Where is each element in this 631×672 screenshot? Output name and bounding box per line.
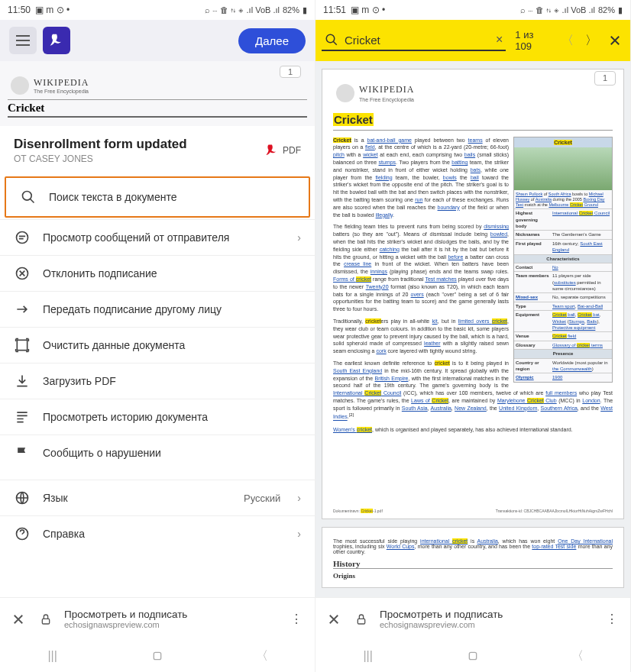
menu-label: Передать подписание другому лицу bbox=[43, 303, 301, 315]
tab-menu-icon[interactable]: ⋮ bbox=[603, 612, 621, 626]
infobox-caption: Shaun Pollock of South Africa bowls to M… bbox=[514, 190, 612, 208]
flag-icon bbox=[14, 444, 31, 461]
lock-icon bbox=[352, 613, 371, 625]
menu-help[interactable]: Справка › bbox=[0, 515, 315, 551]
pdf-page-1: 1 WIKIPEDIA The Free Encyclopedia Cricke… bbox=[322, 69, 624, 519]
back-button[interactable]: 〈 bbox=[555, 648, 600, 664]
close-search-button[interactable] bbox=[605, 30, 624, 51]
search-input[interactable] bbox=[345, 34, 490, 47]
menu-button[interactable] bbox=[9, 27, 37, 54]
document-preview[interactable]: 1 WIKIPEDIA The Free Encyclopedia Cricke… bbox=[0, 61, 315, 126]
app-toolbar: Далее bbox=[0, 20, 315, 61]
svg-point-0 bbox=[23, 192, 32, 201]
search-prev-button[interactable]: 〈 bbox=[558, 30, 577, 51]
menu-clear-data[interactable]: Очистить данные документа bbox=[0, 327, 315, 363]
search-icon bbox=[325, 33, 338, 47]
menu-delegate-signing[interactable]: Передать подписание другому лицу bbox=[0, 291, 315, 327]
menu-view-messages[interactable]: Просмотр сообщений от отправителя › bbox=[0, 219, 315, 255]
delegate-icon bbox=[14, 301, 31, 318]
document-viewer[interactable]: 1 WIKIPEDIA The Free Encyclopedia Cricke… bbox=[316, 61, 630, 597]
tab-title: Просмотреть и подписать bbox=[64, 609, 278, 620]
browser-tab-bar: Просмотреть и подписать echosignawsprevi… bbox=[316, 597, 630, 640]
signal-icons: ⌕ ⋯ 🗑 ⇅ ◈ .ıl VoB .ıl bbox=[205, 5, 280, 15]
home-button[interactable] bbox=[450, 650, 496, 662]
system-nav-bar: ||| 〈 bbox=[316, 640, 630, 672]
infobox: Cricket Shaun Pollock of South Africa bo… bbox=[513, 137, 613, 383]
globe-icon bbox=[14, 489, 31, 506]
close-tab-icon[interactable] bbox=[9, 612, 28, 626]
status-bar: 11:51 ▣ m ⊙ • ⌕ ⋯ 🗑 ⇅ ◈ .ıl VoB .ıl 82% … bbox=[316, 0, 630, 20]
menu-decline-signing[interactable]: Отклонить подписание bbox=[0, 255, 315, 291]
adobe-acrobat-icon[interactable] bbox=[43, 27, 70, 54]
heading-origins: Origins bbox=[333, 572, 613, 580]
sheet-sender: ОТ CASEY JONES bbox=[14, 153, 187, 164]
system-nav-bar: ||| 〈 bbox=[0, 640, 315, 672]
tab-menu-icon[interactable]: ⋮ bbox=[287, 612, 306, 626]
heading-history: History bbox=[333, 559, 613, 569]
menu-view-history[interactable]: Просмотреть историю документа bbox=[0, 399, 315, 435]
tab-url: echosignawspreview.com bbox=[380, 620, 594, 629]
clock: 11:50 bbox=[8, 5, 31, 15]
action-sheet: Disenrollment form updated ОТ CASEY JONE… bbox=[0, 126, 315, 597]
battery-text: 82% bbox=[598, 5, 615, 15]
status-bar: 11:50 ▣ m ⊙ • ⌕ ⋯ 🗑 ⇅ ◈ .ıl VoB .ıl 82% … bbox=[0, 0, 315, 20]
svg-rect-3 bbox=[17, 340, 27, 350]
wikipedia-brand: WIKIPEDIA bbox=[34, 77, 89, 89]
svg-rect-10 bbox=[469, 652, 476, 659]
paragraph: Women's cricket, which is organised and … bbox=[333, 426, 613, 434]
page-number-badge: 1 bbox=[594, 71, 616, 86]
menu-download-pdf[interactable]: Загрузить PDF bbox=[0, 363, 315, 399]
infobox-image bbox=[514, 147, 612, 190]
wikipedia-tagline: The Free Encyclopedia bbox=[359, 96, 414, 104]
tab-title: Просмотреть и подписать bbox=[380, 609, 594, 620]
pdf-label: PDF bbox=[283, 145, 301, 156]
download-icon bbox=[14, 373, 31, 389]
recents-button[interactable]: ||| bbox=[30, 649, 76, 663]
menu-search-text[interactable]: Поиск текста в документе bbox=[5, 176, 310, 218]
wikipedia-globe-icon bbox=[11, 76, 29, 95]
battery-text: 82% bbox=[283, 5, 299, 15]
signal-icons: ⌕ ⋯ 🗑 ⇅ ◈ .ıl VoB .ıl bbox=[520, 5, 595, 15]
paragraph: The most successful side playing interna… bbox=[333, 538, 613, 554]
menu-label: Язык bbox=[43, 492, 231, 504]
pdf-badge: PDF bbox=[265, 144, 301, 157]
tab-url: echosignawspreview.com bbox=[64, 620, 278, 629]
svg-rect-9 bbox=[358, 619, 364, 624]
recents-button[interactable]: ||| bbox=[345, 649, 391, 663]
menu-label: Сообщить о нарушении bbox=[43, 447, 301, 459]
next-button[interactable]: Далее bbox=[238, 28, 306, 53]
chevron-right-icon: › bbox=[297, 492, 301, 504]
menu-label: Просмотреть историю документа bbox=[43, 411, 301, 423]
clear-icon bbox=[14, 337, 31, 354]
search-icon bbox=[20, 189, 37, 205]
page-number-badge: 1 bbox=[280, 66, 301, 78]
menu-language[interactable]: Язык Русский › bbox=[0, 480, 315, 515]
menu-label: Очистить данные документа bbox=[43, 339, 301, 351]
menu-report-abuse[interactable]: Сообщить о нарушении bbox=[0, 435, 315, 470]
battery-icon: ▮ bbox=[618, 5, 623, 15]
notif-icons: ▣ m ⊙ • bbox=[351, 5, 385, 15]
back-button[interactable]: 〈 bbox=[239, 648, 285, 664]
menu-label: Поиск текста в документе bbox=[49, 191, 295, 203]
search-next-button[interactable]: 〉 bbox=[581, 30, 600, 51]
menu-label: Справка bbox=[43, 528, 285, 540]
close-tab-icon[interactable] bbox=[325, 612, 343, 626]
clock: 11:51 bbox=[323, 5, 346, 15]
history-icon bbox=[14, 409, 31, 425]
help-icon bbox=[14, 525, 31, 542]
svg-point-8 bbox=[326, 34, 335, 43]
browser-tab-bar: Просмотреть и подписать echosignawsprevi… bbox=[0, 597, 315, 640]
clear-search-icon[interactable]: × bbox=[496, 33, 503, 47]
find-in-page-bar: × 1 из 109 〈 〉 bbox=[316, 20, 630, 61]
svg-point-1 bbox=[17, 232, 28, 244]
lock-icon bbox=[37, 613, 55, 625]
document-title: Cricket bbox=[8, 99, 307, 118]
sheet-title: Disenrollment form updated bbox=[14, 137, 187, 152]
menu-label: Просмотр сообщений от отправителя bbox=[43, 231, 285, 244]
menu-label: Отклонить подписание bbox=[43, 267, 301, 279]
menu-label: Загрузить PDF bbox=[43, 375, 301, 387]
home-button[interactable] bbox=[134, 650, 180, 662]
wikipedia-tagline: The Free Encyclopedia bbox=[34, 89, 89, 94]
messages-icon bbox=[14, 229, 31, 246]
chevron-right-icon: › bbox=[297, 528, 301, 540]
